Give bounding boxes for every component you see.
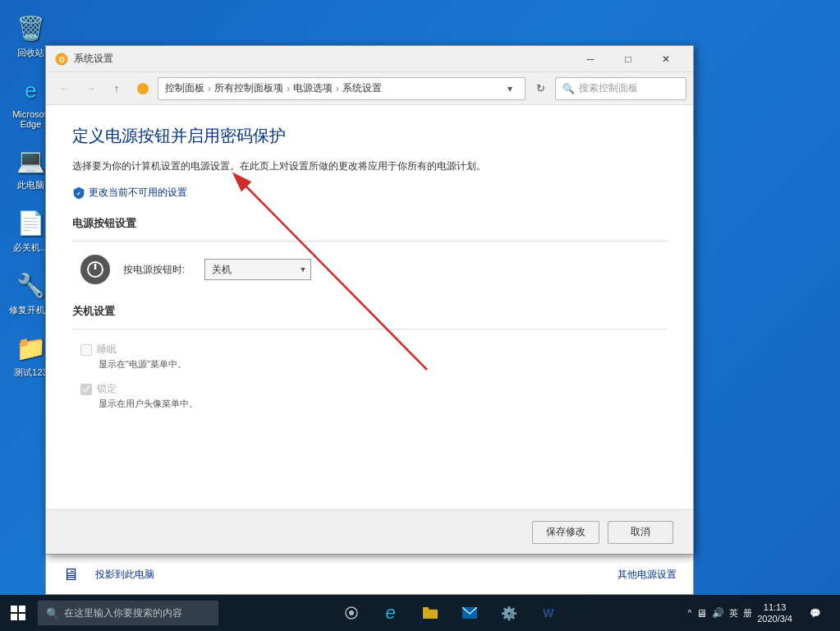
cancel-button[interactable]: 取消 [608,521,673,544]
back-button[interactable]: ← [53,77,76,100]
bottom-panel: 🖥 投影到此电脑 其他电源设置 [45,554,694,595]
taskbar-right: ^ 🖥 🔊 英 册 11:13 2020/3/4 💬 [681,595,840,631]
lock-sublabel: 显示在用户头像菜单中。 [99,398,667,410]
save-button[interactable]: 保存修改 [532,521,599,544]
svg-text:✔: ✔ [76,191,81,196]
minimize-button[interactable]: ─ [571,46,609,72]
project-icon: 🖥 [62,565,79,584]
taskbar-middle: e ⚙️ W [218,595,681,631]
power-button-row: 按电源按钮时: 关机 睡眠 休眠 不执行任何操作 [72,255,667,284]
page-description: 选择要为你的计算机设置的电源设置。在此页上对设置所做的更改将应用于你所有的电源计… [72,159,667,174]
svg-text:⚙: ⚙ [58,55,66,64]
taskbar-search[interactable]: 🔍 在这里输入你要搜索的内容 [38,601,218,625]
window-icon: ⚙ [54,52,69,67]
mail-taskbar-button[interactable] [452,595,488,631]
lock-checkbox[interactable] [80,384,92,395]
window-controls: ─ □ ✕ [571,46,685,72]
address-field[interactable]: 控制面板 › 所有控制面板项 › 电源选项 › 系统设置 ▾ [158,77,526,100]
power-button-section-title: 电源按钮设置 [72,216,667,231]
svg-rect-9 [19,606,25,612]
section-divider-1 [72,241,667,242]
forward-button[interactable]: → [79,77,102,100]
sleep-checkbox-row: 睡眠 显示在"电源"菜单中。 [72,343,667,371]
change-link-text: 更改当前不可用的设置 [89,186,187,200]
address-dropdown[interactable]: ▾ [502,83,518,94]
search-placeholder: 搜索控制面板 [579,81,638,95]
power-action-select-wrapper: 关机 睡眠 休眠 不执行任何操作 [204,259,311,280]
svg-rect-10 [11,614,17,620]
taskbar: 🔍 在这里输入你要搜索的内容 e [0,595,840,631]
svg-rect-14 [423,610,438,619]
svg-rect-11 [19,614,25,620]
address-bar: ← → ↑ 控制面板 › 所有控制面板项 › 电源选项 › 系统设置 ▾ [46,72,693,105]
close-button[interactable]: ✕ [647,46,685,72]
start-button[interactable] [0,595,36,631]
project-label: 投影到此电脑 [95,568,154,582]
svg-point-13 [349,610,354,615]
power-button-label: 按电源按钮时: [123,263,185,277]
notification-button[interactable]: 💬 [797,595,833,631]
lock-checkbox-row: 锁定 显示在用户头像菜单中。 [72,382,667,410]
change-settings-link[interactable]: ✔ 更改当前不可用的设置 [72,186,187,200]
tray-monitor[interactable]: 🖥 [696,607,707,619]
edge-taskbar-button[interactable]: e [373,595,409,631]
taskbar-time[interactable]: 11:13 2020/3/4 [757,601,792,625]
sleep-checkbox[interactable] [80,344,92,356]
footer-buttons: 保存修改 取消 [46,509,693,554]
home-icon [131,77,154,100]
shutdown-section-title: 关机设置 [72,304,667,319]
taskbar-search-text: 在这里输入你要搜索的内容 [64,606,182,620]
breadcrumb: 控制面板 › 所有控制面板项 › 电源选项 › 系统设置 [165,81,502,95]
shield-icon: ✔ [72,187,85,200]
svg-point-2 [137,83,149,94]
maximize-button[interactable]: □ [609,46,647,72]
svg-rect-8 [11,606,17,612]
up-button[interactable]: ↑ [105,77,128,100]
power-icon [80,255,110,284]
desktop: 🗑️ 回收站 e Microsoft Edge 💻 此电脑 📄 必关机... 🔧… [0,0,840,631]
content-area: 定义电源按钮并启用密码保护 选择要为你的计算机设置的电源设置。在此页上对设置所做… [46,105,693,509]
page-title: 定义电源按钮并启用密码保护 [72,125,667,147]
tray-chevron[interactable]: ^ [687,609,691,618]
tray-volume[interactable]: 🔊 [712,607,724,619]
shutdown-section: 关机设置 睡眠 显示在"电源"菜单中。 锁定 显示在用户头像菜单中。 [72,304,667,410]
power-action-select[interactable]: 关机 睡眠 休眠 不执行任何操作 [204,259,311,280]
lock-label: 锁定 [80,382,667,396]
sleep-label: 睡眠 [80,343,667,357]
other-label: 其他电源设置 [617,568,677,582]
search-field[interactable]: 🔍 搜索控制面板 [555,77,686,100]
tray-ime[interactable]: 册 [743,607,752,619]
sleep-sublabel: 显示在"电源"菜单中。 [99,358,667,371]
section-divider-2 [72,329,667,329]
svg-rect-15 [423,607,429,610]
task-view-button[interactable] [333,595,370,631]
office-taskbar-button[interactable]: W [530,595,567,631]
refresh-button[interactable]: ↻ [529,77,552,100]
explorer-taskbar-button[interactable] [412,595,448,631]
title-bar: ⚙ 系统设置 ─ □ ✕ [46,46,693,72]
settings-taskbar-button[interactable]: ⚙️ [491,595,527,631]
window-title: 系统设置 [74,52,571,66]
tray-lang[interactable]: 英 [729,607,738,619]
taskbar-search-icon: 🔍 [46,607,59,619]
system-settings-window: ⚙ 系统设置 ─ □ ✕ ← → ↑ 控制面板 › [45,45,694,555]
